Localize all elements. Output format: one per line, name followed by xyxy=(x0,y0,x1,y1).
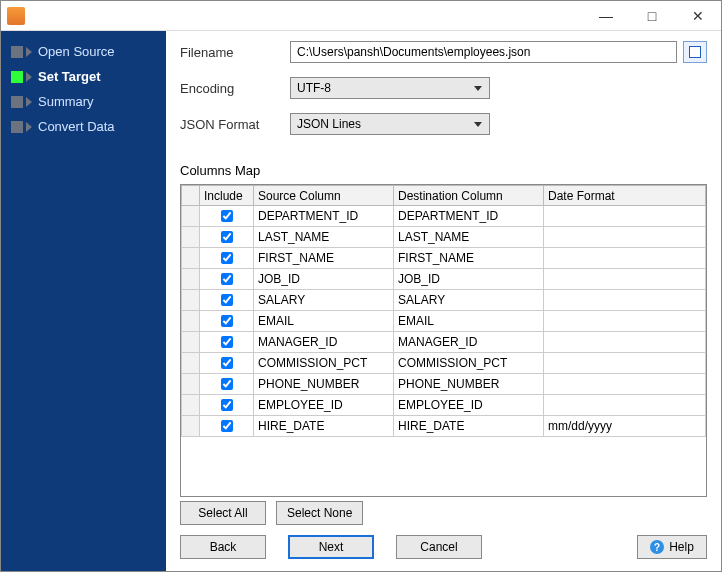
include-checkbox[interactable] xyxy=(221,252,233,264)
nav-box-icon xyxy=(11,96,23,108)
dateformat-cell[interactable] xyxy=(544,374,706,395)
filename-label: Filename xyxy=(180,45,290,60)
col-include-header[interactable]: Include xyxy=(200,186,254,206)
chevron-right-icon xyxy=(26,47,32,57)
include-checkbox[interactable] xyxy=(221,378,233,390)
nav-item-summary[interactable]: Summary xyxy=(7,89,160,114)
include-checkbox[interactable] xyxy=(221,231,233,243)
include-checkbox[interactable] xyxy=(221,336,233,348)
dateformat-cell[interactable]: mm/dd/yyyy xyxy=(544,416,706,437)
row-header xyxy=(182,227,200,248)
col-source-header[interactable]: Source Column xyxy=(254,186,394,206)
include-checkbox[interactable] xyxy=(221,273,233,285)
dateformat-cell[interactable] xyxy=(544,311,706,332)
destination-cell[interactable]: EMAIL xyxy=(394,311,544,332)
nav-box-icon xyxy=(11,71,23,83)
table-row[interactable]: PHONE_NUMBERPHONE_NUMBER xyxy=(182,374,706,395)
dateformat-cell[interactable] xyxy=(544,269,706,290)
table-row[interactable]: DEPARTMENT_IDDEPARTMENT_ID xyxy=(182,206,706,227)
include-checkbox[interactable] xyxy=(221,294,233,306)
destination-cell[interactable]: HIRE_DATE xyxy=(394,416,544,437)
include-checkbox[interactable] xyxy=(221,315,233,327)
next-button[interactable]: Next xyxy=(288,535,374,559)
source-cell[interactable]: LAST_NAME xyxy=(254,227,394,248)
dateformat-cell[interactable] xyxy=(544,248,706,269)
destination-cell[interactable]: EMPLOYEE_ID xyxy=(394,395,544,416)
destination-cell[interactable]: FIRST_NAME xyxy=(394,248,544,269)
destination-cell[interactable]: PHONE_NUMBER xyxy=(394,374,544,395)
encoding-label: Encoding xyxy=(180,81,290,96)
content-panel: Filename Encoding UTF-8 JSON Format JSON… xyxy=(166,31,721,571)
select-none-button[interactable]: Select None xyxy=(276,501,363,525)
col-dateformat-header[interactable]: Date Format xyxy=(544,186,706,206)
row-header xyxy=(182,206,200,227)
table-row[interactable]: COMMISSION_PCTCOMMISSION_PCT xyxy=(182,353,706,374)
columns-grid[interactable]: Include Source Column Destination Column… xyxy=(180,184,707,497)
source-cell[interactable]: EMAIL xyxy=(254,311,394,332)
table-row[interactable]: MANAGER_IDMANAGER_ID xyxy=(182,332,706,353)
nav-item-set-target[interactable]: Set Target xyxy=(7,64,160,89)
source-cell[interactable]: MANAGER_ID xyxy=(254,332,394,353)
browse-icon xyxy=(689,46,701,58)
table-row[interactable]: FIRST_NAMEFIRST_NAME xyxy=(182,248,706,269)
dateformat-cell[interactable] xyxy=(544,332,706,353)
dateformat-cell[interactable] xyxy=(544,227,706,248)
row-header xyxy=(182,311,200,332)
back-button[interactable]: Back xyxy=(180,535,266,559)
json-format-select[interactable]: JSON Lines xyxy=(290,113,490,135)
include-checkbox[interactable] xyxy=(221,210,233,222)
source-cell[interactable]: DEPARTMENT_ID xyxy=(254,206,394,227)
help-button[interactable]: ? Help xyxy=(637,535,707,559)
chevron-right-icon xyxy=(26,97,32,107)
browse-button[interactable] xyxy=(683,41,707,63)
select-all-button[interactable]: Select All xyxy=(180,501,266,525)
source-cell[interactable]: COMMISSION_PCT xyxy=(254,353,394,374)
nav-item-label: Summary xyxy=(38,94,94,109)
row-header xyxy=(182,395,200,416)
dateformat-cell[interactable] xyxy=(544,395,706,416)
table-row[interactable]: EMPLOYEE_IDEMPLOYEE_ID xyxy=(182,395,706,416)
filename-input[interactable] xyxy=(290,41,677,63)
nav-box-icon xyxy=(11,121,23,133)
source-cell[interactable]: FIRST_NAME xyxy=(254,248,394,269)
row-header xyxy=(182,290,200,311)
json-format-label: JSON Format xyxy=(180,117,290,132)
destination-cell[interactable]: COMMISSION_PCT xyxy=(394,353,544,374)
grid-corner xyxy=(182,186,200,206)
dateformat-cell[interactable] xyxy=(544,206,706,227)
table-row[interactable]: EMAILEMAIL xyxy=(182,311,706,332)
dateformat-cell[interactable] xyxy=(544,353,706,374)
close-button[interactable]: ✕ xyxy=(675,1,721,31)
help-button-label: Help xyxy=(669,540,694,554)
source-cell[interactable]: SALARY xyxy=(254,290,394,311)
cancel-button[interactable]: Cancel xyxy=(396,535,482,559)
encoding-select[interactable]: UTF-8 xyxy=(290,77,490,99)
wizard-sidebar: Open SourceSet TargetSummaryConvert Data xyxy=(1,31,166,571)
nav-item-label: Set Target xyxy=(38,69,101,84)
table-row[interactable]: HIRE_DATEHIRE_DATEmm/dd/yyyy xyxy=(182,416,706,437)
dateformat-cell[interactable] xyxy=(544,290,706,311)
destination-cell[interactable]: DEPARTMENT_ID xyxy=(394,206,544,227)
destination-cell[interactable]: MANAGER_ID xyxy=(394,332,544,353)
table-row[interactable]: LAST_NAMELAST_NAME xyxy=(182,227,706,248)
destination-cell[interactable]: JOB_ID xyxy=(394,269,544,290)
source-cell[interactable]: HIRE_DATE xyxy=(254,416,394,437)
source-cell[interactable]: EMPLOYEE_ID xyxy=(254,395,394,416)
table-row[interactable]: JOB_IDJOB_ID xyxy=(182,269,706,290)
destination-cell[interactable]: SALARY xyxy=(394,290,544,311)
app-icon xyxy=(7,7,25,25)
include-checkbox[interactable] xyxy=(221,420,233,432)
chevron-right-icon xyxy=(26,72,32,82)
include-checkbox[interactable] xyxy=(221,357,233,369)
maximize-button[interactable]: □ xyxy=(629,1,675,31)
row-header xyxy=(182,353,200,374)
source-cell[interactable]: PHONE_NUMBER xyxy=(254,374,394,395)
destination-cell[interactable]: LAST_NAME xyxy=(394,227,544,248)
source-cell[interactable]: JOB_ID xyxy=(254,269,394,290)
minimize-button[interactable]: — xyxy=(583,1,629,31)
nav-item-open-source[interactable]: Open Source xyxy=(7,39,160,64)
nav-item-convert-data[interactable]: Convert Data xyxy=(7,114,160,139)
include-checkbox[interactable] xyxy=(221,399,233,411)
table-row[interactable]: SALARYSALARY xyxy=(182,290,706,311)
col-destination-header[interactable]: Destination Column xyxy=(394,186,544,206)
